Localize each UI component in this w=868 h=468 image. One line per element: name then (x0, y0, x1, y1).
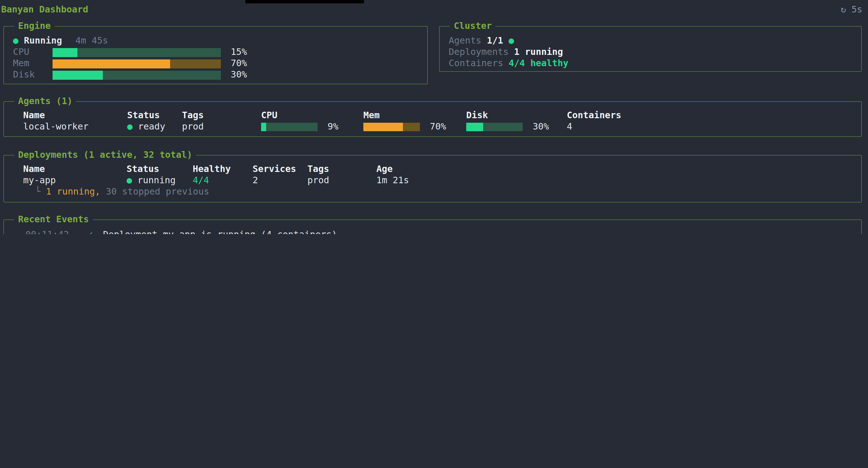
col-header-status: Status (127, 110, 182, 121)
cluster-agents-row: Agents 1/1 ● (449, 35, 861, 47)
col-header-mem: Mem (363, 110, 466, 121)
mem-label: Mem (13, 58, 47, 69)
cluster-containers-row: Containers 4/4 healthy (449, 58, 861, 69)
check-icon: ✓ (87, 229, 97, 234)
agents-panel: Agents (1) Name Status Tags CPU Mem Disk… (3, 101, 862, 137)
col-header-age: Age (376, 164, 861, 175)
cluster-containers-value: 4/4 healthy (508, 58, 568, 68)
terminal-tab-strip (245, 0, 364, 3)
mem-meter-bar (52, 59, 221, 68)
engine-status-row: ● Running 4m 45s (13, 35, 427, 47)
topbar: Banyan Dashboard ↻ 5s (0, 3, 868, 17)
deployment-name: my-app (23, 175, 127, 186)
agent-containers-count: 4 (567, 121, 861, 132)
app-title: Banyan Dashboard (1, 4, 88, 15)
cpu-meter-value: 15% (231, 47, 247, 57)
deployments-table-header: Name Status Healthy Services Tags Age (4, 164, 861, 175)
engine-uptime: 4m 45s (75, 35, 108, 46)
mem-meter-fill (363, 123, 403, 131)
agents-table-header: Name Status Tags CPU Mem Disk Containers (4, 110, 861, 121)
cpu-label: CPU (13, 47, 47, 58)
agents-panel-title: Agents (1) (14, 95, 76, 106)
deployment-detail-row: └ 1 running, 30 stopped previous (4, 186, 861, 197)
recent-events-panel: Recent Events 00:11:42 ✓ Deployment my-a… (3, 220, 862, 234)
cpu-meter-bar (261, 123, 318, 131)
col-header-disk: Disk (466, 110, 567, 121)
deployment-detail-running: 1 running, (46, 186, 101, 197)
status-dot-icon: ● (127, 175, 132, 185)
agent-status-text: ready (138, 121, 165, 132)
deployment-healthy: 4/4 (193, 175, 253, 186)
disk-meter-fill (466, 123, 483, 131)
disk-meter-value: 30% (533, 121, 549, 132)
deployments-panel-title: Deployments (1 active, 32 total) (14, 149, 196, 160)
col-header-name: Name (23, 164, 127, 175)
disk-meter-fill (52, 70, 103, 80)
agent-disk-cell: 30% (466, 121, 567, 132)
agent-cpu-cell: 9% (261, 121, 363, 132)
agent-mem-cell: 70% (363, 121, 466, 132)
terminal-dashboard: Banyan Dashboard ↻ 5s Engine ● Running 4… (0, 0, 868, 234)
mem-meter-bar (363, 123, 420, 131)
cluster-agents-value: 1/1 (487, 35, 503, 46)
event-row: 00:11:42 ✓ Deployment my-app is running … (4, 229, 861, 234)
agent-table-row[interactable]: local-worker ● ready prod 9% 70% 30% (4, 121, 861, 132)
agent-status-cell: ● ready (127, 121, 182, 132)
engine-panel-title: Engine (14, 20, 55, 31)
disk-label: Disk (13, 69, 47, 80)
cluster-containers-label: Containers (449, 58, 503, 68)
status-dot-icon: ● (13, 35, 19, 46)
agent-tags: prod (182, 121, 261, 132)
engine-mem-row: Mem 70% (13, 58, 427, 69)
disk-meter-bar (52, 70, 221, 80)
cpu-meter-fill (261, 123, 266, 131)
col-header-status: Status (127, 164, 193, 175)
col-header-services: Services (253, 164, 307, 175)
deployment-table-row[interactable]: my-app ● running 4/4 2 prod 1m 21s (4, 175, 861, 186)
deployment-tags: prod (307, 175, 376, 186)
disk-meter-value: 30% (231, 69, 247, 80)
cluster-panel: Cluster Agents 1/1 ● Deployments 1 runni… (439, 26, 862, 72)
deployments-panel: Deployments (1 active, 32 total) Name St… (3, 155, 862, 202)
cluster-deployments-row: Deployments 1 running (449, 47, 861, 58)
col-header-name: Name (23, 110, 127, 121)
engine-panel: Engine ● Running 4m 45s CPU 15% Mem 70% … (3, 26, 428, 84)
engine-status-text: Running (24, 35, 62, 46)
engine-disk-row: Disk 30% (13, 69, 427, 80)
event-time: 00:11:42 (25, 229, 82, 234)
mem-meter-fill (52, 59, 170, 68)
col-header-cpu: CPU (261, 110, 363, 121)
deployment-status-text: running (137, 175, 176, 185)
cluster-deployments-label: Deployments (449, 47, 508, 57)
deployment-status-cell: ● running (127, 175, 193, 186)
mem-meter-value: 70% (430, 121, 446, 132)
cluster-deployments-value: 1 running (514, 47, 563, 57)
col-header-tags: Tags (182, 110, 261, 121)
event-message: Deployment my-app is running (4 containe… (103, 229, 337, 234)
recent-events-panel-title: Recent Events (14, 214, 93, 225)
cpu-meter-value: 9% (328, 121, 339, 132)
cluster-panel-title: Cluster (450, 20, 496, 31)
cluster-agents-label: Agents (449, 35, 482, 46)
deployment-services: 2 (253, 175, 307, 186)
cpu-meter-bar (52, 48, 221, 57)
deployment-detail-stopped: 30 stopped previous (106, 186, 209, 197)
col-header-healthy: Healthy (193, 164, 253, 175)
col-header-tags: Tags (307, 164, 376, 175)
agent-name: local-worker (23, 121, 127, 132)
cpu-meter-fill (52, 48, 78, 57)
mem-meter-value: 70% (231, 58, 247, 68)
auto-refresh-indicator: ↻ 5s (841, 4, 862, 15)
disk-meter-bar (466, 123, 523, 131)
branch-icon: └ (35, 186, 40, 197)
status-dot-icon: ● (508, 35, 514, 46)
engine-cpu-row: CPU 15% (13, 47, 427, 58)
deployment-age: 1m 21s (376, 175, 861, 186)
status-dot-icon: ● (127, 121, 132, 132)
col-header-containers: Containers (567, 110, 861, 121)
